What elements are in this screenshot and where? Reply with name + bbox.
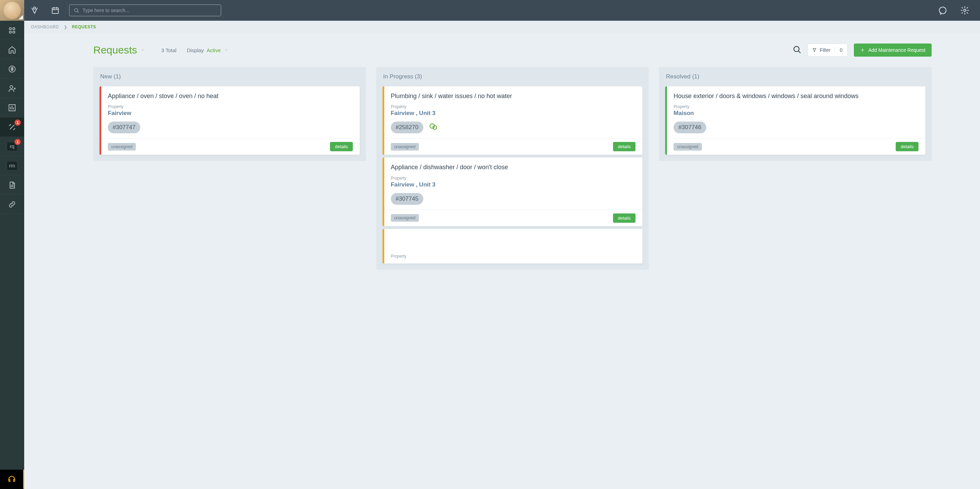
pin-icon: ◢ [19,13,23,20]
filter-label: Filter [820,47,830,53]
sidebar-item-people[interactable] [0,79,24,98]
card-meta: #307747 [108,122,353,133]
sidebar-badge: 1 [14,139,21,145]
card-id-pill: #258270 [391,122,423,133]
filter-icon [812,48,817,52]
display-label: Display [187,47,204,53]
details-button[interactable]: details [613,213,636,223]
svg-point-12 [794,46,799,51]
avatar[interactable]: ◢ [0,0,24,21]
settings-icon[interactable] [956,0,973,21]
svg-point-8 [13,31,15,33]
card-footer: unassigneddetails [100,138,360,155]
request-card[interactable]: House exterior / doors & windows / windo… [665,86,925,155]
kanban-board: New (1)Appliance / oven / stove / oven /… [24,60,980,284]
display-filter-dropdown[interactable]: Active [207,47,228,53]
search-icon-button[interactable] [792,45,801,55]
sidebar-item-links[interactable] [0,195,24,214]
assignee-badge: unassigned [391,143,419,151]
card-id-pill: #307745 [391,193,423,205]
card-property-label: Property [391,254,636,259]
details-button[interactable]: details [613,142,636,151]
filter-count: 0 [835,47,847,53]
plus-icon [860,48,865,52]
sidebar-item-rq[interactable]: rq 1 [0,137,24,156]
total-count: 3 Total [161,47,177,53]
card-title: Plumbing / sink / water issues / no hot … [391,92,636,100]
card-body: Plumbing / sink / water issues / no hot … [383,86,643,138]
svg-point-5 [10,28,11,30]
card-property-label: Property [108,104,353,109]
card-title: Appliance / dishwasher / door / won't cl… [391,163,636,171]
sidebar-abbr-rq: rq [10,143,14,149]
column-title: Resolved (1) [659,67,932,84]
search-input[interactable] [83,8,217,13]
sidebar: 1 rq 1 rm [0,21,24,284]
sidebar-item-money[interactable] [0,59,24,79]
page-title-dropdown[interactable]: Requests [93,44,145,56]
card-title: Appliance / oven / stove / oven / no hea… [108,92,353,100]
sidebar-item-maintenance[interactable]: 1 [0,117,24,137]
card-footer: unassigneddetails [383,138,643,155]
chat-icon[interactable] [429,122,438,133]
main: DASHBOARD ❯ REQUESTS Requests 3 Total Di… [24,21,980,284]
topbar: ◢ [0,0,980,21]
sidebar-item-home[interactable] [0,40,24,59]
column-title: In Progress (3) [376,67,649,84]
svg-point-0 [33,7,36,10]
card-stripe [383,229,384,264]
search-icon [73,8,79,13]
svg-point-4 [964,10,966,12]
assignee-badge: unassigned [108,143,136,151]
add-button-label: Add Maintenance Request [869,47,925,53]
notifications-icon[interactable] [24,0,45,21]
card-property-label: Property [391,176,636,181]
svg-point-7 [10,31,11,33]
column-title: New (1) [93,67,366,84]
breadcrumb-root[interactable]: DASHBOARD [31,24,59,29]
card-body: Appliance / dishwasher / door / won't cl… [383,157,643,209]
details-button[interactable]: details [330,142,353,151]
breadcrumb-current: REQUESTS [72,24,96,29]
svg-point-3 [939,7,946,14]
details-button[interactable]: details [896,142,918,151]
card-property-label: Property [391,104,636,109]
card-property[interactable]: Maison [673,110,918,117]
sidebar-item-apps[interactable] [0,21,24,40]
chevron-down-icon [224,48,228,52]
assignee-badge: unassigned [391,214,419,222]
sidebar-abbr-rm: rm [9,163,15,168]
card-footer: unassigneddetails [665,138,925,155]
sidebar-item-documents[interactable] [0,175,24,195]
request-card[interactable]: Appliance / dishwasher / door / won't cl… [383,157,643,226]
card-title: House exterior / doors & windows / windo… [673,92,918,100]
card-id-pill: #307746 [673,122,706,133]
assignee-badge: unassigned [673,143,702,151]
card-property[interactable]: Fairview , Unit 3 [391,181,636,188]
search-input-wrap[interactable] [69,5,221,16]
svg-point-2 [75,9,78,12]
calendar-icon[interactable] [45,0,66,21]
filter-button[interactable]: Filter 0 [808,43,848,57]
add-maintenance-request-button[interactable]: Add Maintenance Request [854,43,932,57]
display-value-text: Active [207,47,221,53]
card-stripe [665,86,667,155]
request-card[interactable]: Appliance / oven / stove / oven / no hea… [100,86,360,155]
chevron-down-icon [141,48,145,52]
kanban-column: Resolved (1)House exterior / doors & win… [659,67,932,161]
card-property-label: Property [673,104,918,109]
page-title-text: Requests [93,44,137,56]
chat-icon[interactable] [934,0,951,21]
breadcrumb: DASHBOARD ❯ REQUESTS [24,21,980,33]
card-body: Property [383,229,643,264]
card-body: House exterior / doors & windows / windo… [665,86,925,138]
card-footer: unassigneddetails [383,210,643,226]
request-card[interactable]: Property [383,229,643,264]
svg-rect-1 [52,8,59,13]
sidebar-item-rm[interactable]: rm [0,156,24,175]
card-property[interactable]: Fairview [108,110,353,117]
card-stripe [383,86,384,155]
card-property[interactable]: Fairview , Unit 3 [391,110,636,117]
sidebar-item-reports[interactable] [0,98,24,117]
request-card[interactable]: Plumbing / sink / water issues / no hot … [383,86,643,155]
